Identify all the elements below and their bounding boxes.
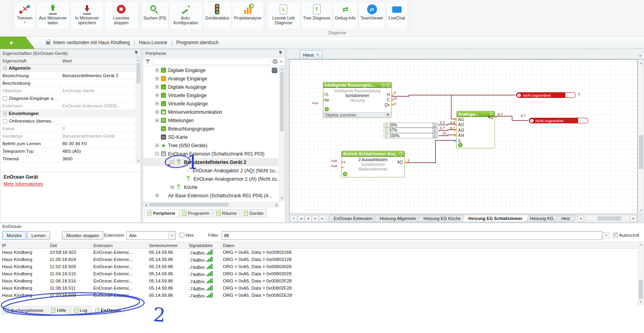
- collapse-icon[interactable]: [155, 152, 159, 156]
- tree-item-air-base-extension[interactable]: Air Base Extension (Schaltschrank R01 P0…: [143, 191, 278, 200]
- monitor-scrollbar[interactable]: [638, 242, 644, 305]
- tree-item-virtuelle-ausgaenge[interactable]: Virtuelle Ausgänge: [143, 99, 278, 108]
- input-ai1[interactable]: AI1: [458, 118, 464, 122]
- tree-item-virtuelle-eingaenge[interactable]: Virtuelle Eingänge: [143, 91, 278, 99]
- filter-history-dropdown-icon[interactable]: [603, 232, 609, 239]
- expand-icon[interactable]: [155, 77, 159, 80]
- scrollbar-thumb[interactable]: [280, 72, 284, 131]
- input-ai3[interactable]: AI3: [458, 129, 464, 132]
- column-seriennummer[interactable]: Seriennummer: [147, 243, 187, 248]
- info-icon[interactable]: i: [385, 134, 388, 138]
- connect-button[interactable]: C: [432, 123, 437, 127]
- scroll-down-button[interactable]: [136, 159, 141, 163]
- tree-vertical-scrollbar[interactable]: [279, 66, 284, 201]
- scroll-left-button[interactable]: [144, 203, 148, 207]
- pin-icon[interactable]: [134, 51, 138, 55]
- tree-item-beleuchtungsgruppen[interactable]: Beleuchtungsgruppen: [143, 125, 278, 133]
- project-analysis-button[interactable]: Projektanalyse: [232, 2, 263, 29]
- document-list-dropdown-icon[interactable]: [639, 55, 642, 57]
- property-row[interactable]: Onlinestatus überwa...: [0, 117, 136, 125]
- property-row[interactable]: Befehl zum Lernen80 30 49 F0: [0, 140, 136, 148]
- extension-dropdown[interactable]: Alle: [126, 231, 176, 240]
- input-ti[interactable]: Ti: [325, 93, 328, 97]
- scroll-up-button[interactable]: [638, 242, 643, 247]
- tab-geraete[interactable]: Geräte: [241, 209, 267, 217]
- property-row[interactable]: Beschreibung: [0, 80, 136, 87]
- collapse-all-button[interactable]: −: [272, 68, 277, 73]
- tree-item-enocean-analogaktor[interactable]: EnOcean Analogaktor 2 (AQ) (Nicht zu...: [143, 166, 278, 175]
- sheet-tab-heizung-eg-schlafzimmer[interactable]: Heizung EG Schlafzimmer: [462, 215, 529, 222]
- search-button[interactable]: Suchen (F5): [141, 2, 168, 29]
- property-row[interactable]: Kanal0: [0, 125, 136, 132]
- property-row[interactable]: GerätetypBenutzerdefiniertes Gerät: [0, 132, 136, 140]
- tab-log[interactable]: Log: [71, 306, 91, 314]
- expand-icon[interactable]: [155, 144, 159, 147]
- add-input-button[interactable]: +: [325, 107, 329, 111]
- sheet-tab-heiz[interactable]: Heiz: [555, 215, 576, 222]
- gear-icon[interactable]: [386, 113, 390, 117]
- disconnect-button[interactable]: Trennen: [14, 2, 35, 29]
- monitor-button[interactable]: Monitor: [2, 231, 26, 240]
- telegram-row[interactable]: Haus Kindberg11:00:18.504EnOcean Extensi…: [0, 256, 638, 263]
- add-input-button[interactable]: +: [458, 143, 462, 147]
- tree-item-miniserverkommunikation[interactable]: Miniserverkommunikation: [143, 108, 278, 116]
- debug-info-button[interactable]: Debug-Info: [333, 2, 358, 29]
- expand-icon[interactable]: [155, 93, 159, 97]
- function-block-intelligente-raumregelung[interactable]: Intelligente Raumregelu... i ? Intellige…: [323, 82, 392, 118]
- tree-item-benutzerdefiniertes-geraet-2[interactable]: Benutzerdefiniertes Gerät 2: [143, 158, 278, 166]
- input-connector[interactable]: [454, 134, 457, 137]
- output-qs[interactable]: Qs: [385, 103, 390, 107]
- column-daten[interactable]: Daten: [221, 243, 638, 248]
- scroll-tabs-left-button[interactable]: [577, 215, 584, 222]
- scroll-up-button[interactable]: [136, 58, 141, 62]
- assign-objects-bar[interactable]: Objekte zuordnen: [323, 112, 391, 117]
- livechat-button[interactable]: LiveChat: [386, 2, 408, 29]
- input-ai2[interactable]: AI2: [458, 123, 464, 127]
- scroll-down-button[interactable]: [638, 300, 643, 304]
- property-row[interactable]: ObjekttypEnOcean Gerät: [0, 87, 136, 95]
- stop-liveview-button[interactable]: Liveview stoppen: [104, 2, 138, 29]
- filter-input[interactable]: [222, 231, 602, 240]
- checkbox-unchecked[interactable]: [3, 119, 7, 123]
- tree-item-mitteilungen[interactable]: Mitteilungen: [143, 116, 278, 125]
- sheet-tab-heizung-allgemein[interactable]: Heizung Allgemein: [373, 215, 422, 222]
- scroll-tabs-right-button[interactable]: [630, 215, 637, 222]
- info-icon[interactable]: i: [385, 123, 388, 127]
- tab-raeume[interactable]: Räume: [213, 209, 240, 217]
- telegram-row[interactable]: Haus Kindberg11:10:18.508EnOcean Extensi…: [0, 292, 638, 299]
- property-row[interactable]: Timeout3600: [0, 155, 136, 163]
- output-aq[interactable]: AQ: [488, 115, 493, 119]
- property-row[interactable]: ExtensionEnOcean Extension (03D8...: [0, 102, 136, 110]
- info-icon[interactable]: i: [399, 152, 403, 156]
- collapse-icon[interactable]: [3, 112, 7, 115]
- checkbox-unchecked[interactable]: [3, 96, 7, 101]
- expand-icon[interactable]: [155, 110, 159, 114]
- auto-configuration-button[interactable]: Auto-Konfiguration: [169, 2, 203, 29]
- block-header[interactable]: Antrieb-Schlafzimmer-Ana... i: [342, 151, 404, 157]
- analog-value-box-100[interactable]: i 100% C: [383, 133, 439, 138]
- collapse-icon[interactable]: [3, 66, 7, 70]
- info-icon[interactable]: i: [381, 83, 385, 87]
- expand-icon[interactable]: [155, 119, 159, 122]
- tab-peripherie[interactable]: Peripherie: [144, 209, 178, 217]
- properties-scrollbar[interactable]: [136, 57, 141, 164]
- stop-monitor-button[interactable]: Monitor stoppen: [62, 231, 103, 240]
- document-tab-haus[interactable]: Haus: [300, 50, 323, 59]
- clear-filter-icon[interactable]: ×: [273, 59, 278, 64]
- program-canvas[interactable]: Intelligente Raumregelu... i ? Intellige…: [289, 59, 638, 214]
- telegram-row[interactable]: Haus Kindberg11:02:18.505EnOcean Extensi…: [0, 263, 638, 270]
- telegram-row[interactable]: Haus Kindberg11:04:18.515EnOcean Extensi…: [0, 270, 638, 277]
- add-input-button[interactable]: +: [343, 172, 347, 176]
- expand-icon[interactable]: [155, 85, 159, 89]
- sheet-tab-heizung-eg-kueche[interactable]: Heizung EG Küche: [417, 215, 467, 222]
- tree-item-enocean-extension[interactable]: EnOcean Extension (Schaltschrank R01 P03…: [143, 150, 278, 158]
- property-row[interactable]: Diagnose-Eingänge a...: [0, 95, 136, 102]
- info-icon[interactable]: i: [530, 119, 534, 123]
- unassigned-output-1[interactable]: i nicht zugeordnet: [516, 92, 576, 98]
- unassigned-output-2[interactable]: i nicht zugeordnet: [529, 118, 588, 123]
- output-connector[interactable]: [404, 161, 407, 164]
- sheet-tab-heizung-kg[interactable]: Heizung KG: [524, 215, 560, 222]
- tree-item-enocean-analogsensor[interactable]: EnOcean Analogsensor 2 (AI) (Nicht zu...: [143, 175, 278, 183]
- canvas-vertical-scrollbar[interactable]: [638, 59, 644, 214]
- save-to-miniserver-button[interactable]: In Miniserver speichern: [70, 2, 104, 29]
